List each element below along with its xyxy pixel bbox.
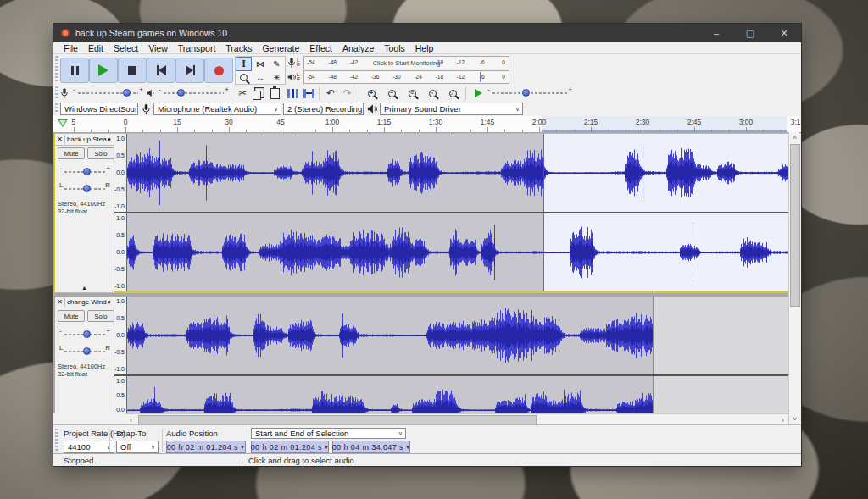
track-1-name[interactable]: back up Stea [65, 136, 107, 143]
playback-device-select[interactable]: Primary Sound Driver∨ [380, 103, 523, 115]
track-1-channel-1[interactable] [127, 134, 788, 212]
envelope-tool-button[interactable]: ⋈ [252, 57, 268, 71]
gain-thumb[interactable] [83, 330, 91, 338]
solo-button[interactable]: Solo [87, 310, 114, 322]
menu-file[interactable]: File [58, 43, 83, 53]
track-menu-arrow-icon[interactable]: ▼ [107, 300, 114, 305]
scroll-up-icon[interactable]: ˄ [789, 132, 800, 143]
amplitude-label: 0.5 [116, 315, 125, 321]
menu-help[interactable]: Help [410, 43, 439, 53]
cut-button[interactable]: ✂ [235, 86, 250, 100]
solo-button[interactable]: Solo [87, 147, 114, 159]
track-2-channel-1[interactable] [127, 297, 788, 374]
pan-slider[interactable]: L R [64, 347, 105, 356]
recording-volume-thumb[interactable] [123, 89, 131, 97]
multi-tool-button[interactable]: ✳ [269, 71, 285, 84]
close-button[interactable]: ✕ [767, 24, 801, 42]
redo-button[interactable]: ↷ [340, 86, 355, 100]
pause-button[interactable] [60, 58, 89, 83]
vertical-scrollbar[interactable]: ˄ ˅ [788, 132, 799, 424]
amplitude-ruler[interactable]: 1.00.50.0-0.5-1.0 [114, 213, 127, 291]
menu-tracks[interactable]: Tracks [220, 43, 257, 53]
grabber-handle[interactable] [55, 429, 58, 451]
gain-slider[interactable]: - + [64, 330, 105, 339]
scroll-down-icon[interactable]: ˅ [789, 413, 800, 424]
play-speed-slider[interactable]: - + [492, 89, 567, 97]
amplitude-ruler[interactable]: 1.00.50.0-0.5-1.0 [114, 134, 127, 212]
project-rate-select[interactable]: 44100∨ [64, 441, 114, 453]
zoom-selection-button[interactable]: ≡ [404, 86, 420, 100]
play-speed-thumb[interactable] [522, 89, 530, 97]
pan-slider[interactable]: L R [64, 185, 105, 193]
playback-meter[interactable]: LR -54-48-42-36-30-24-18-12-60 [287, 70, 509, 84]
playback-volume-thumb[interactable] [177, 89, 185, 97]
playback-meter-bar[interactable]: -54-48-42-36-30-24-18-12-60 [303, 70, 509, 84]
zoom-tool-button[interactable] [236, 71, 252, 84]
mute-button[interactable]: Mute [58, 310, 85, 322]
pan-thumb[interactable] [83, 185, 91, 192]
menu-generate[interactable]: Generate [257, 43, 304, 53]
zoom-in-button[interactable]: + [364, 86, 379, 100]
close-track-icon[interactable]: ✕ [55, 135, 65, 144]
monitoring-message[interactable]: Click to Start Monitoring [370, 59, 443, 67]
selection-end-field[interactable]: 00 h 04 m 34.047 s▼ [332, 441, 410, 453]
mute-button[interactable]: Mute [58, 147, 85, 159]
recording-channels-select[interactable]: 2 (Stereo) Recording Cha∨ [283, 103, 364, 115]
zoom-out-button[interactable]: − [384, 86, 399, 100]
playback-volume-slider[interactable]: - + [164, 89, 224, 97]
grabber-handle[interactable] [55, 56, 58, 83]
paste-button[interactable] [267, 86, 282, 100]
skip-to-end-button[interactable] [175, 58, 204, 83]
play-pin-icon[interactable] [58, 119, 68, 127]
audio-host-select[interactable]: Windows DirectSound∨ [60, 103, 138, 115]
collapse-track-icon[interactable]: ▲ [55, 285, 114, 291]
close-track-icon[interactable]: ✕ [55, 297, 65, 307]
menu-edit[interactable]: Edit [83, 43, 108, 53]
timeline-ruler[interactable]: 501530451:001:151:301:452:002:152:302:45… [53, 116, 801, 133]
track-1-channel-2[interactable] [127, 213, 788, 291]
skip-to-start-button[interactable] [147, 58, 175, 83]
grabber-handle[interactable] [55, 103, 58, 114]
draw-tool-button[interactable]: ✎ [269, 57, 285, 71]
snap-to-select[interactable]: Off∨ [116, 441, 159, 453]
vertical-scroll-thumb[interactable] [790, 144, 800, 307]
maximize-button[interactable]: ▢ [733, 24, 767, 42]
minimize-button[interactable]: – [699, 24, 733, 42]
recording-meter-bar[interactable]: Click to Start Monitoring-54-48-42-18-12… [303, 56, 509, 69]
gain-thumb[interactable] [83, 168, 91, 175]
selection-mode-select[interactable]: Start and End of Selection∨ [251, 428, 406, 439]
menu-analyze[interactable]: Analyze [337, 43, 379, 53]
recording-device-select[interactable]: Microphone (Realtek Audio)∨ [153, 103, 281, 115]
pan-thumb[interactable] [83, 347, 91, 355]
menu-transport[interactable]: Transport [173, 43, 221, 53]
silence-audio-button[interactable] [301, 86, 316, 100]
copy-button[interactable] [251, 86, 266, 100]
record-button[interactable] [204, 58, 233, 83]
menu-select[interactable]: Select [108, 43, 143, 53]
recording-volume-slider[interactable]: - + [78, 89, 138, 97]
trim-audio-button[interactable] [285, 86, 300, 100]
amplitude-ruler[interactable]: 1.00.50.0-0.5-1.0 [114, 297, 127, 374]
audio-position-field[interactable]: 00 h 02 m 01.204 s▼ [166, 441, 246, 453]
menu-tools[interactable]: Tools [379, 43, 410, 53]
grabber-handle[interactable] [55, 86, 58, 100]
horizontal-scrollbar[interactable]: ‹ › [125, 413, 788, 425]
play-at-speed-button[interactable] [470, 86, 486, 100]
undo-button[interactable]: ↶ [323, 86, 338, 100]
recording-meter[interactable]: LR Click to Start Monitoring-54-48-42-18… [287, 56, 509, 69]
zoom-fit-button[interactable]: ▫ [425, 86, 440, 100]
horizontal-scroll-thumb[interactable] [138, 415, 537, 424]
play-button[interactable] [89, 58, 118, 83]
amplitude-ruler[interactable]: 1.00.50.0 [114, 376, 127, 413]
gain-slider[interactable]: - + [64, 168, 105, 176]
menu-view[interactable]: View [143, 43, 173, 53]
track-2-name[interactable]: change Wind [65, 298, 107, 306]
track-2-channel-2[interactable] [127, 376, 788, 413]
track-menu-arrow-icon[interactable]: ▼ [107, 137, 114, 142]
zoom-toggle-button[interactable]: ∕ [445, 86, 460, 100]
timeshift-tool-button[interactable]: ↔ [252, 71, 268, 84]
menu-effect[interactable]: Effect [304, 43, 337, 53]
selection-start-field[interactable]: 00 h 02 m 01.204 s▼ [251, 441, 329, 453]
selection-tool-button[interactable]: I [236, 57, 252, 71]
stop-button[interactable] [118, 58, 147, 83]
